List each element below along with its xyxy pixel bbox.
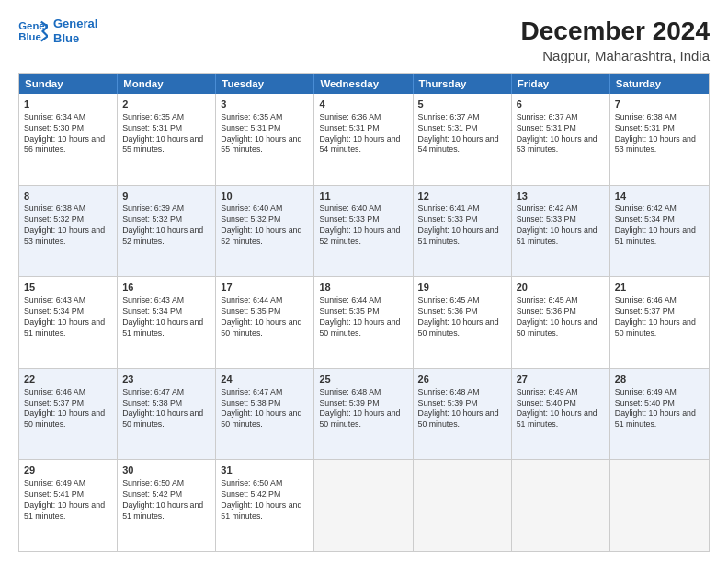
main-title: December 2024	[521, 17, 710, 46]
calendar-row-1: 1Sunrise: 6:34 AMSunset: 5:30 PMDaylight…	[19, 94, 709, 185]
day-cell-19: 19Sunrise: 6:45 AMSunset: 5:36 PMDayligh…	[414, 277, 512, 368]
day-cell-31: 31Sunrise: 6:50 AMSunset: 5:42 PMDayligh…	[216, 460, 314, 551]
calendar-body: 1Sunrise: 6:34 AMSunset: 5:30 PMDaylight…	[19, 94, 709, 551]
header-day-sunday: Sunday	[19, 74, 118, 94]
day-cell-23: 23Sunrise: 6:47 AMSunset: 5:38 PMDayligh…	[118, 369, 216, 460]
day-cell-12: 12Sunrise: 6:41 AMSunset: 5:33 PMDayligh…	[414, 186, 512, 277]
header-day-saturday: Saturday	[610, 74, 709, 94]
day-cell-16: 16Sunrise: 6:43 AMSunset: 5:34 PMDayligh…	[118, 277, 216, 368]
header-day-tuesday: Tuesday	[216, 74, 314, 94]
day-cell-4: 4Sunrise: 6:36 AMSunset: 5:31 PMDaylight…	[314, 94, 413, 185]
day-cell-25: 25Sunrise: 6:48 AMSunset: 5:39 PMDayligh…	[314, 369, 413, 460]
subtitle: Nagpur, Maharashtra, India	[521, 48, 710, 63]
day-cell-2: 2Sunrise: 6:35 AMSunset: 5:31 PMDaylight…	[118, 94, 216, 185]
calendar-row-5: 29Sunrise: 6:49 AMSunset: 5:41 PMDayligh…	[19, 459, 709, 551]
day-cell-8: 8Sunrise: 6:38 AMSunset: 5:32 PMDaylight…	[19, 186, 118, 277]
logo: General Blue General Blue	[18, 17, 97, 45]
calendar-header: SundayMondayTuesdayWednesdayThursdayFrid…	[19, 74, 709, 94]
day-cell-10: 10Sunrise: 6:40 AMSunset: 5:32 PMDayligh…	[216, 186, 314, 277]
header-day-monday: Monday	[118, 74, 216, 94]
page: General Blue General Blue December 2024 …	[0, 0, 728, 563]
day-cell-20: 20Sunrise: 6:45 AMSunset: 5:36 PMDayligh…	[512, 277, 610, 368]
day-cell-24: 24Sunrise: 6:47 AMSunset: 5:38 PMDayligh…	[216, 369, 314, 460]
day-cell-28: 28Sunrise: 6:49 AMSunset: 5:40 PMDayligh…	[610, 369, 709, 460]
calendar: SundayMondayTuesdayWednesdayThursdayFrid…	[18, 73, 710, 552]
day-cell-11: 11Sunrise: 6:40 AMSunset: 5:33 PMDayligh…	[314, 186, 413, 277]
svg-text:Blue: Blue	[18, 30, 41, 41]
calendar-row-4: 22Sunrise: 6:46 AMSunset: 5:37 PMDayligh…	[19, 368, 709, 460]
day-cell-30: 30Sunrise: 6:50 AMSunset: 5:42 PMDayligh…	[118, 460, 216, 551]
day-cell-17: 17Sunrise: 6:44 AMSunset: 5:35 PMDayligh…	[216, 277, 314, 368]
day-cell-5: 5Sunrise: 6:37 AMSunset: 5:31 PMDaylight…	[414, 94, 512, 185]
day-cell-13: 13Sunrise: 6:42 AMSunset: 5:33 PMDayligh…	[512, 186, 610, 277]
empty-cell	[414, 460, 512, 551]
header: General Blue General Blue December 2024 …	[18, 17, 710, 63]
calendar-row-2: 8Sunrise: 6:38 AMSunset: 5:32 PMDaylight…	[19, 185, 709, 277]
header-day-wednesday: Wednesday	[314, 74, 413, 94]
header-day-thursday: Thursday	[414, 74, 512, 94]
empty-cell	[610, 460, 709, 551]
day-cell-18: 18Sunrise: 6:44 AMSunset: 5:35 PMDayligh…	[314, 277, 413, 368]
day-cell-21: 21Sunrise: 6:46 AMSunset: 5:37 PMDayligh…	[610, 277, 709, 368]
day-cell-9: 9Sunrise: 6:39 AMSunset: 5:32 PMDaylight…	[118, 186, 216, 277]
day-cell-22: 22Sunrise: 6:46 AMSunset: 5:37 PMDayligh…	[19, 369, 118, 460]
logo-general: General	[53, 17, 97, 31]
empty-cell	[512, 460, 610, 551]
day-cell-1: 1Sunrise: 6:34 AMSunset: 5:30 PMDaylight…	[19, 94, 118, 185]
title-block: December 2024 Nagpur, Maharashtra, India	[521, 17, 710, 63]
day-cell-29: 29Sunrise: 6:49 AMSunset: 5:41 PMDayligh…	[19, 460, 118, 551]
day-cell-7: 7Sunrise: 6:38 AMSunset: 5:31 PMDaylight…	[610, 94, 709, 185]
calendar-row-3: 15Sunrise: 6:43 AMSunset: 5:34 PMDayligh…	[19, 276, 709, 368]
day-cell-3: 3Sunrise: 6:35 AMSunset: 5:31 PMDaylight…	[216, 94, 314, 185]
day-cell-26: 26Sunrise: 6:48 AMSunset: 5:39 PMDayligh…	[414, 369, 512, 460]
day-cell-14: 14Sunrise: 6:42 AMSunset: 5:34 PMDayligh…	[610, 186, 709, 277]
header-day-friday: Friday	[512, 74, 610, 94]
logo-blue: Blue	[53, 31, 97, 46]
day-cell-6: 6Sunrise: 6:37 AMSunset: 5:31 PMDaylight…	[512, 94, 610, 185]
day-cell-27: 27Sunrise: 6:49 AMSunset: 5:40 PMDayligh…	[512, 369, 610, 460]
logo-icon: General Blue	[18, 18, 48, 44]
day-cell-15: 15Sunrise: 6:43 AMSunset: 5:34 PMDayligh…	[19, 277, 118, 368]
empty-cell	[314, 460, 413, 551]
